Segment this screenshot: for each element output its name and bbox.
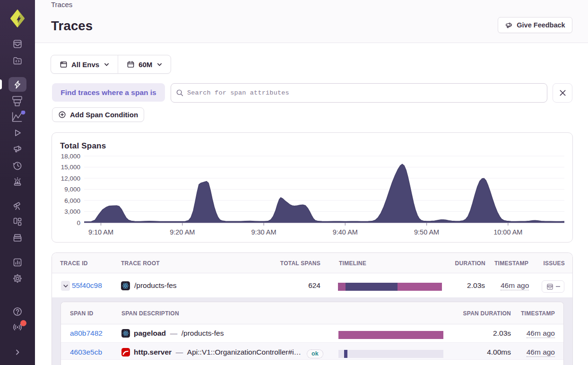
svg-text:18,000: 18,000 xyxy=(61,153,80,160)
svg-text:6,000: 6,000 xyxy=(64,197,80,204)
svg-text:9:50 AM: 9:50 AM xyxy=(414,228,439,236)
svg-text:3,000: 3,000 xyxy=(64,208,80,215)
svg-text:0: 0 xyxy=(77,219,80,226)
svg-text:9:20 AM: 9:20 AM xyxy=(170,228,195,236)
svg-text:9:10 AM: 9:10 AM xyxy=(88,228,113,236)
svg-text:10:00 AM: 10:00 AM xyxy=(493,228,522,236)
svg-text:9:30 AM: 9:30 AM xyxy=(251,228,276,236)
svg-text:12,000: 12,000 xyxy=(61,175,80,182)
svg-text:15,000: 15,000 xyxy=(61,164,80,171)
svg-text:9,000: 9,000 xyxy=(64,186,80,193)
svg-text:9:40 AM: 9:40 AM xyxy=(333,228,358,236)
